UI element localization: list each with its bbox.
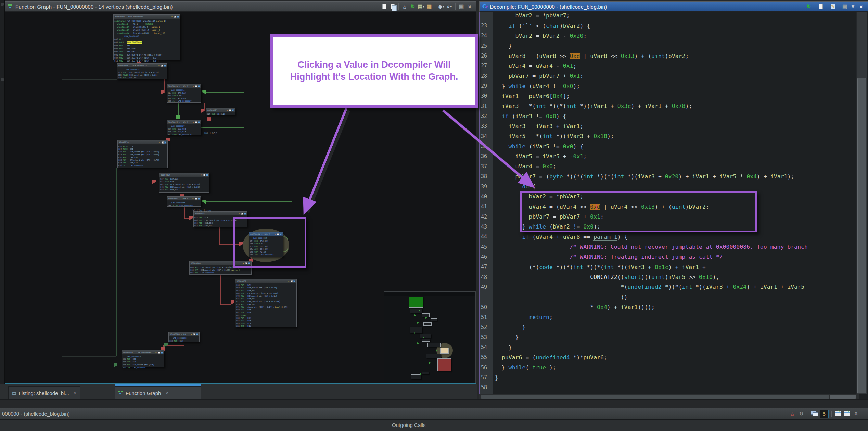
copy-icon[interactable] xyxy=(817,3,825,10)
magnifier-icon[interactable]: ⌕▾ xyxy=(446,3,453,10)
code-line[interactable]: 44 if (uVar4 + uVar8 == param_1) { xyxy=(479,232,861,242)
code-line[interactable]: 52 } xyxy=(479,322,861,332)
cascade-windows-icon[interactable] xyxy=(811,410,818,418)
code-line[interactable]: 25 } xyxy=(479,41,861,51)
graph-node-header[interactable]: 00000025✎ xyxy=(206,108,235,112)
edit-icon[interactable]: ✎ xyxy=(191,333,193,335)
code-line[interactable]: 38 pbVar7 = (byte *)(*(int *)(*(int *)(i… xyxy=(479,172,861,182)
graph-node-n2e[interactable]: 0000002e✎02e PUSH ECX02f PUSH EDI030 MOV… xyxy=(117,140,168,168)
snapshot-icon[interactable]: ▣ xyxy=(458,3,465,10)
code-line[interactable]: 37 uVar4 = 0x0; xyxy=(479,161,861,171)
graph-node-n3f[interactable]: 0000003f✎03f ADD EAX,EDX041 PUSH EAX042 … xyxy=(159,173,209,193)
code-line[interactable]: 36 iVar5 = iVar5 + -0x1; xyxy=(479,151,861,161)
group-icon[interactable] xyxy=(161,352,163,354)
background-icon[interactable] xyxy=(193,333,195,335)
code-line[interactable]: 26 uVar8 = (uVar8 >> 0xd | uVar8 << 0x13… xyxy=(479,51,861,61)
snapshot-icon[interactable]: ▣ xyxy=(841,3,848,10)
code-line[interactable]: 54 } xyxy=(479,342,861,352)
code-line[interactable]: )) xyxy=(479,292,861,302)
graph-node-header[interactable]: 0000003f✎ xyxy=(159,173,209,177)
copy-icon[interactable] xyxy=(381,3,388,10)
background-icon[interactable] xyxy=(174,16,176,18)
graph-node-n4a[interactable]: 0000004a - LAB_0✎ LAB_0000004a04a JECXZ … xyxy=(167,196,201,207)
background-icon[interactable] xyxy=(162,141,164,144)
code-line[interactable]: 39 do { xyxy=(479,182,861,192)
code-line[interactable]: 56 } while( true ); xyxy=(479,362,861,372)
code-line[interactable]: 49 *(undefined2 *)(*(int *)(iVar3 + 0x24… xyxy=(479,282,861,292)
code-line[interactable]: 48 CONCAT22((short)((uint)iVar5 >> 0x10)… xyxy=(479,272,861,282)
group-icon[interactable] xyxy=(232,109,234,111)
code-line[interactable]: 29 } while (uVar4 != 0x0); xyxy=(479,81,861,91)
graph-node-header[interactable]: 0000004a - LAB_0✎ xyxy=(167,197,201,201)
graph-node-header[interactable]: 00000068✎ xyxy=(235,279,296,283)
code-line[interactable]: 57} xyxy=(479,372,861,382)
tab-listing[interactable]: ▤ Listing: shellcode_bl... × xyxy=(8,386,80,399)
edit-icon[interactable]: ✎ xyxy=(201,174,203,176)
edit-icon[interactable]: ✎ xyxy=(226,109,228,111)
background-icon[interactable] xyxy=(195,85,197,87)
vertical-scrollbar-thumb[interactable] xyxy=(857,78,866,393)
refresh-icon[interactable]: ↻ xyxy=(805,3,813,10)
export-table-icon[interactable] xyxy=(843,410,851,418)
code-line[interactable]: 34 iVar5 = *(int *)(iVar3 + 0x18); xyxy=(479,131,861,141)
refresh-icon[interactable]: ↻ xyxy=(409,3,417,10)
code-line[interactable]: 53 } xyxy=(479,332,861,342)
edit-icon[interactable] xyxy=(829,3,837,10)
code-line[interactable]: 32 if (iVar3 != 0x0) { xyxy=(479,111,861,121)
edit-icon[interactable]: ✎ xyxy=(288,280,290,282)
satellite-view[interactable] xyxy=(384,291,476,383)
group-icon[interactable] xyxy=(164,65,166,67)
dropdown-icon[interactable]: ▾ xyxy=(443,5,444,8)
group-icon[interactable] xyxy=(196,333,198,335)
group-icon[interactable] xyxy=(198,121,200,123)
graph-node-header[interactable]: 00000015 - LAB_00000015✎ xyxy=(117,64,167,68)
edit-icon[interactable]: ✎ xyxy=(158,65,161,67)
horizontal-scrollbar-cap[interactable] xyxy=(830,395,856,399)
code-line[interactable]: 23 if ('`' < (char)bVar2) { xyxy=(479,21,861,30)
function-graph-titlebar[interactable]: Function Graph - FUN_00000000 - 14 verti… xyxy=(5,1,476,12)
close-icon[interactable]: × xyxy=(852,410,860,418)
graph-node-n27[interactable]: 00000027 - LAB_0✎ LAB_00000027027 ROR ED… xyxy=(167,120,201,135)
code-line[interactable]: 46 /* WARNING: Treating indirect jump as… xyxy=(479,252,861,262)
code-line[interactable]: 50 * 0x4) + iVar1))(); xyxy=(479,302,861,312)
tab-close-icon[interactable]: × xyxy=(74,391,76,396)
dropdown-icon[interactable]: ▾ xyxy=(423,5,424,8)
code-line[interactable]: 51 return; xyxy=(479,312,861,322)
group-icon[interactable] xyxy=(177,16,179,18)
code-line[interactable]: 33 iVar3 = iVar3 + iVar1; xyxy=(479,121,861,131)
group-icon[interactable] xyxy=(198,198,200,200)
edit-icon[interactable]: ✎ xyxy=(192,121,194,123)
edit-icon[interactable]: ✎ xyxy=(239,213,241,215)
home-icon[interactable]: ⌂ xyxy=(401,3,408,10)
group-icon[interactable] xyxy=(293,280,295,282)
edit-icon[interactable]: ✎ xyxy=(192,198,194,200)
background-icon[interactable] xyxy=(195,198,197,200)
graph-node-header[interactable]: 0000002e✎ xyxy=(118,140,167,145)
edit-icon[interactable]: ✎ xyxy=(159,141,161,144)
graph-node-header[interactable]: 00000027 - LAB_0✎ xyxy=(167,120,201,124)
navigation-icon[interactable]: ◈▾ xyxy=(437,3,445,10)
background-icon[interactable] xyxy=(158,352,160,354)
graph-node-header[interactable]: 00000088 - LA✎ xyxy=(169,332,199,336)
background-icon[interactable] xyxy=(291,280,293,282)
vertical-scrollbar[interactable] xyxy=(856,12,867,394)
code-line[interactable]: 35 while (iVar5 != 0x0) { xyxy=(479,141,861,151)
horizontal-scrollbar-thumb[interactable] xyxy=(481,395,829,399)
group-icon[interactable] xyxy=(164,141,166,144)
code-line[interactable]: 28 pbVar7 = pbVar7 + 0x1; xyxy=(479,71,861,81)
code-line[interactable]: 31 iVar3 = *(int *)(*(int *)(iVar1 + 0x3… xyxy=(479,101,861,111)
graph-node-entry[interactable]: 00000000 - FUN_00000000✎undefined FUN_00… xyxy=(113,14,180,60)
graph-node-n15[interactable]: 00000015 - LAB_00000015✎ LAB_00000015015… xyxy=(117,63,167,79)
decompile-titlebar[interactable]: Cf Decompile: FUN_00000000 - (shellcode_… xyxy=(479,1,868,12)
dropdown-icon[interactable]: ▾ xyxy=(849,3,857,10)
code-line[interactable]: 58 xyxy=(479,383,861,393)
paste-icon[interactable] xyxy=(389,3,396,10)
close-icon[interactable]: × xyxy=(466,3,473,10)
code-line[interactable]: 47 (*(code *)(*(int *)(*(int *)(iVar3 + … xyxy=(479,262,861,272)
edit-icon[interactable]: ✎ xyxy=(171,16,174,18)
dropdown-icon[interactable]: ▾ xyxy=(450,5,452,8)
code-line[interactable]: 27 uVar4 = uVar4 - 0x1; xyxy=(479,61,861,71)
graph-node-header[interactable]: 00000089 - LAB_00000089✎ xyxy=(122,350,164,355)
block-display-icon[interactable]: ▦ xyxy=(425,3,433,10)
background-icon[interactable] xyxy=(229,109,231,111)
